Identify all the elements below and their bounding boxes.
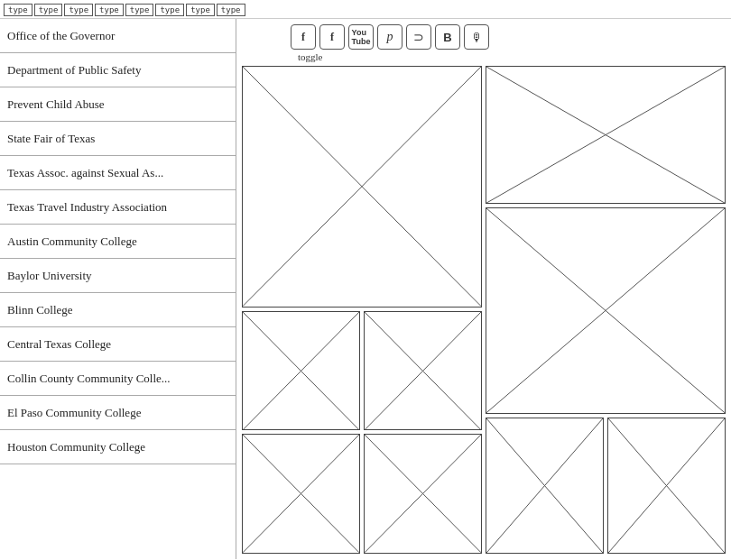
type-label-7: type: [186, 4, 215, 16]
type-label-8: type: [217, 4, 245, 16]
sidebar: Office of the Governor Department of Pub…: [0, 19, 236, 559]
sidebar-item-texas-assoc[interactable]: Texas Assoc. against Sexual As...: [0, 156, 236, 190]
podcast-icon[interactable]: 🎙: [464, 24, 489, 50]
sidebar-item-travel[interactable]: Texas Travel Industry Association: [0, 190, 236, 225]
rss-icon[interactable]: ⊃: [406, 24, 431, 50]
sidebar-item-blinn[interactable]: Blinn College: [0, 293, 236, 327]
sidebar-item-dps[interactable]: Department of Public Safety: [0, 53, 236, 87]
sidebar-item-houston[interactable]: Houston Community College: [0, 430, 236, 464]
blogger-icon[interactable]: B: [435, 24, 460, 50]
type-label-1: type: [4, 4, 32, 16]
content-area: f f YouTube p ⊃ B 🎙 toggle: [236, 19, 731, 559]
sidebar-item-governor[interactable]: Office of the Governor: [0, 19, 236, 53]
type-label-2: type: [34, 4, 63, 16]
sidebar-item-collin[interactable]: Collin County Community Colle...: [0, 362, 236, 396]
main-layout: Office of the Governor Department of Pub…: [0, 19, 731, 559]
sidebar-item-central-texas[interactable]: Central Texas College: [0, 327, 236, 362]
type-label-3: type: [64, 4, 93, 16]
sidebar-item-state-fair[interactable]: State Fair of Texas: [0, 122, 236, 156]
pinterest-icon[interactable]: p: [377, 24, 403, 50]
social-icons-row: f f YouTube p ⊃ B 🎙: [236, 19, 731, 51]
youtube-icon[interactable]: YouTube: [348, 24, 374, 50]
facebook-icon[interactable]: f: [291, 24, 316, 50]
photo-cell-7: [486, 207, 726, 414]
photo-cell-3: [364, 311, 482, 431]
type-label-4: type: [95, 4, 124, 16]
type-label-5: type: [125, 4, 154, 16]
facebook-alt-icon[interactable]: f: [319, 24, 345, 50]
photo-cell-1: [242, 66, 482, 308]
photo-cell-2: [242, 311, 360, 431]
photo-cell-5: [364, 434, 482, 554]
toggle-label: toggle: [236, 51, 731, 62]
sidebar-item-austin-cc[interactable]: Austin Community College: [0, 225, 236, 259]
sidebar-item-pca[interactable]: Prevent Child Abuse: [0, 87, 236, 122]
sidebar-item-elpaso[interactable]: El Paso Community College: [0, 396, 236, 430]
photo-cell-6: [486, 66, 726, 204]
photo-cell-8: [486, 418, 604, 554]
type-labels-row: type type type type type type type type: [0, 0, 731, 19]
photo-cell-4: [242, 434, 360, 554]
sidebar-item-baylor[interactable]: Baylor University: [0, 259, 236, 293]
type-label-6: type: [155, 4, 184, 16]
photo-cell-9: [607, 418, 726, 554]
